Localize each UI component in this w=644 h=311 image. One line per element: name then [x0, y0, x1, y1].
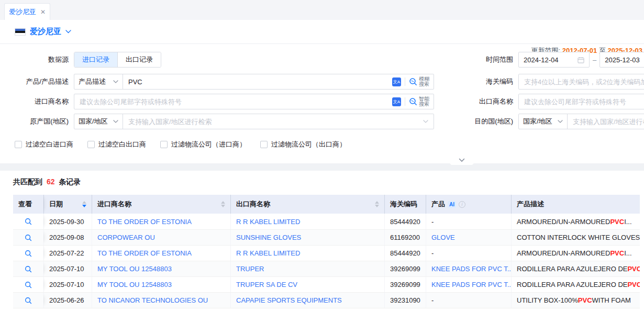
translate-icon[interactable]: 文A	[392, 77, 401, 86]
checkbox-icon[interactable]	[87, 141, 95, 148]
date-from-value: 2024-12-04	[524, 56, 578, 64]
col-header-importer[interactable]: 进口商名称	[92, 195, 230, 214]
view-record-button[interactable]	[25, 297, 32, 304]
search-icon	[409, 77, 417, 86]
sort-asc-icon[interactable]	[375, 201, 379, 204]
col-header-date[interactable]: 日期	[43, 195, 92, 214]
destination-group: 国家/地区	[518, 114, 644, 129]
destination-country-select[interactable]: 国家/地区	[519, 114, 568, 129]
cell-importer: TO THE ORDER OF ESTONIA	[92, 214, 230, 229]
product-input[interactable]	[123, 74, 392, 89]
row-hscode: 海关编码	[474, 74, 644, 90]
calendar-icon	[578, 57, 584, 63]
exporter-link[interactable]: SUNSHINE GLOVES	[236, 234, 301, 241]
destination-country-value: 国家/地区	[523, 117, 552, 126]
filter-checkbox-3[interactable]: 过滤物流公司（出口商）	[260, 140, 346, 149]
description-highlight: PVC	[627, 281, 640, 288]
description-text: WITH FOAM	[592, 296, 631, 304]
row-destination: 目的国(地区) 国家/地区	[474, 114, 644, 129]
checkbox-icon[interactable]	[15, 141, 22, 148]
view-record-button[interactable]	[25, 250, 32, 257]
view-record-button[interactable]	[25, 218, 32, 225]
cell-product: KNEE PADS FOR PVC T...	[426, 277, 511, 292]
filter-checkbox-2[interactable]: 过滤物流公司（进口商）	[160, 140, 246, 149]
view-record-button[interactable]	[25, 234, 32, 241]
importer-link[interactable]: MY TOOL OU 12548803	[97, 265, 172, 273]
description-text: ARMOURED/UN-ARMOURED	[517, 249, 610, 257]
cell-importer: MY TOOL OU 12548803	[92, 277, 230, 292]
date-to-input[interactable]: 2025-12-03	[599, 52, 644, 68]
exporter-link[interactable]: TRUPER SA DE CV	[236, 281, 297, 288]
smart-search-button[interactable]: 智能搜索	[409, 96, 434, 107]
exporter-link[interactable]: R R KABEL LIMITED	[236, 218, 300, 226]
translate-icon[interactable]: 文A	[392, 97, 401, 106]
importer-input[interactable]	[74, 94, 392, 109]
sort-asc-icon[interactable]	[82, 201, 86, 204]
origin-country-value: 国家/地区	[79, 117, 108, 126]
sort-control[interactable]	[79, 201, 86, 207]
importer-link[interactable]: TO NICANOR TECHNOLOGIES OU	[97, 296, 208, 304]
view-record-button[interactable]	[25, 281, 32, 288]
panel-divider	[0, 163, 644, 171]
product-link[interactable]: GLOVE	[431, 234, 455, 241]
app-window: 爱沙尼亚 ✕ 爱沙尼亚 更新范围: 2012-07-01 至 2025-12-0…	[0, 0, 644, 311]
tab-title: 爱沙尼亚	[9, 7, 36, 17]
filter-checkbox-1[interactable]: 过滤空白出口商	[87, 140, 146, 149]
product-type-select[interactable]: 产品描述	[74, 74, 123, 89]
chevron-down-icon[interactable]	[65, 30, 71, 34]
fuzzy-search-button[interactable]: 模糊搜索	[409, 76, 434, 87]
origin-country-select[interactable]: 国家/地区	[74, 114, 123, 129]
product-search-group: 产品描述 文A 模糊搜索	[74, 74, 434, 90]
checkbox-icon[interactable]	[260, 141, 268, 148]
destination-input[interactable]	[568, 114, 644, 129]
row-importer: 进口商名称 文A 智能搜索 出口商名称	[0, 94, 644, 109]
sort-desc-icon[interactable]	[82, 205, 86, 207]
sort-desc-icon[interactable]	[375, 205, 379, 207]
cell-product: -	[426, 246, 511, 261]
cell-date: 2025-09-30	[43, 214, 92, 229]
product-link[interactable]: KNEE PADS FOR PVC T...	[431, 281, 511, 288]
sort-desc-icon[interactable]	[221, 205, 225, 207]
origin-input[interactable]	[123, 114, 423, 129]
col-header-label: 海关编码	[390, 199, 417, 209]
importer-link[interactable]: CORPOWEAR OU	[97, 234, 155, 241]
estonia-flag-icon	[15, 28, 26, 36]
toggle-export-records[interactable]: 出口记录	[117, 52, 161, 67]
product-link[interactable]: KNEE PADS FOR PVC T...	[431, 265, 511, 273]
date-from-input[interactable]: 2024-12-04	[518, 52, 590, 68]
tab-estonia[interactable]: 爱沙尼亚 ✕	[4, 3, 50, 20]
country-name: 爱沙尼亚	[30, 27, 61, 37]
filter-checkbox-0[interactable]: 过滤空白进口商	[15, 140, 73, 149]
importer-link[interactable]: MY TOOL OU 12548803	[97, 281, 172, 288]
checkbox-icon[interactable]	[160, 141, 168, 148]
col-header-label: 日期	[49, 199, 63, 209]
sort-control[interactable]	[372, 201, 379, 207]
cell-view	[13, 293, 43, 308]
checkbox-label: 过滤物流公司（出口商）	[271, 140, 346, 149]
toggle-import-records[interactable]: 进口记录	[74, 52, 117, 67]
sort-control[interactable]	[218, 201, 225, 207]
exporter-group	[518, 94, 644, 109]
importer-link[interactable]: TO THE ORDER OF ESTONIA	[97, 249, 192, 257]
filter-checkbox-row: 过滤空白进口商过滤空白出口商过滤物流公司（进口商）过滤物流公司（出口商）	[15, 140, 644, 149]
exporter-link[interactable]: R R KABEL LIMITED	[236, 249, 300, 257]
table-row: 2025-07-10MY TOOL OU 12548803TRUPER39269…	[13, 261, 640, 276]
exporter-label: 出口商名称	[474, 97, 518, 106]
importer-link[interactable]: TO THE ORDER OF ESTONIA	[97, 218, 192, 226]
cell-importer: TO NICANOR TECHNOLOGIES OU	[92, 293, 230, 308]
info-icon[interactable]: i	[459, 201, 465, 208]
tab-close-icon[interactable]: ✕	[40, 8, 46, 16]
exporter-link[interactable]: TRUPER	[236, 265, 264, 273]
hscode-input[interactable]	[519, 74, 644, 89]
cell-date: 2025-07-10	[43, 261, 92, 276]
chevron-down-icon	[113, 120, 118, 123]
sort-asc-icon[interactable]	[221, 201, 225, 204]
chevron-down-icon[interactable]	[423, 120, 428, 123]
exporter-input[interactable]	[519, 94, 644, 109]
table-row: 2025-07-22TO THE ORDER OF ESTONIAR R KAB…	[13, 245, 640, 261]
exporter-link[interactable]: CAPAPIE SPORTS EQUIPMENTS	[236, 296, 342, 304]
cell-hscode: 39231090	[384, 293, 426, 308]
view-record-button[interactable]	[25, 265, 32, 273]
col-header-exporter[interactable]: 出口商名称	[230, 195, 384, 214]
cell-importer: TO THE ORDER OF ESTONIA	[92, 246, 230, 261]
